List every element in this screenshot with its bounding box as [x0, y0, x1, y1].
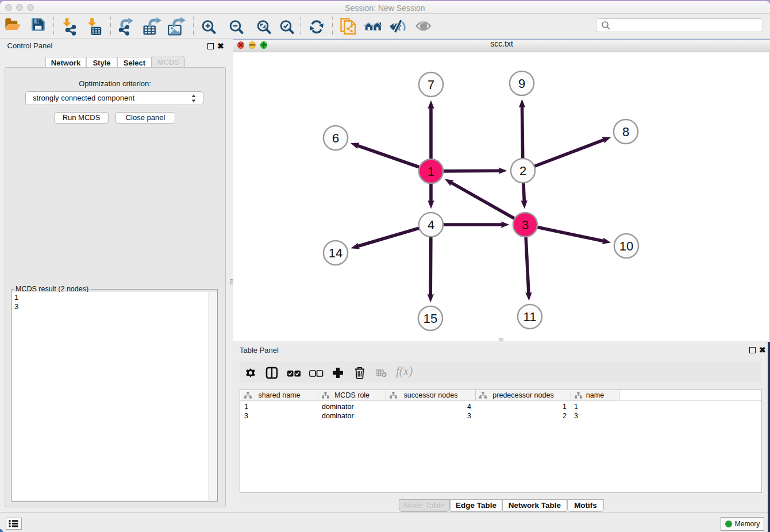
svg-text:3: 3 — [522, 217, 529, 232]
svg-text:11: 11 — [523, 309, 537, 323]
svg-text:15: 15 — [424, 311, 437, 325]
svg-text:1: 1 — [428, 164, 434, 178]
svg-text:10: 10 — [619, 238, 633, 253]
svg-text:7: 7 — [428, 77, 434, 91]
svg-text:6: 6 — [332, 130, 339, 145]
svg-text:2: 2 — [519, 163, 526, 178]
svg-text:14: 14 — [329, 245, 342, 260]
svg-text:8: 8 — [622, 124, 629, 138]
svg-text:9: 9 — [518, 76, 525, 90]
svg-text:4: 4 — [428, 217, 434, 232]
